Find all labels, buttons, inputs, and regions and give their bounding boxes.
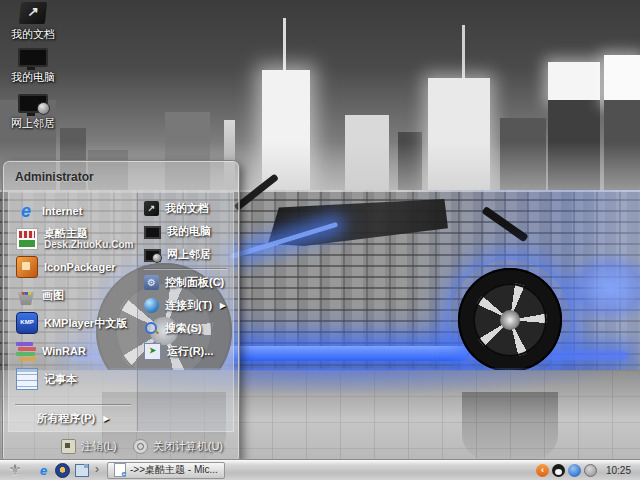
menu-item-label: 画图 xyxy=(42,288,64,303)
menu-item-label: 我的文档 xyxy=(165,201,209,216)
menu-item-kmplayer[interactable]: KMP KMPlayer中文版 xyxy=(9,309,137,337)
my-computer-icon xyxy=(18,48,48,67)
ie-icon: e xyxy=(40,463,47,478)
all-programs-button[interactable]: 所有程序(P) ▶ xyxy=(9,407,137,429)
desktop-icon-my-computer[interactable]: 我的电脑 xyxy=(2,48,64,85)
internet-explorer-icon: e xyxy=(16,201,36,221)
system-tray: ‹ 10:25 xyxy=(536,464,640,477)
start-button[interactable]: ⚜ xyxy=(0,460,30,480)
paint-icon xyxy=(16,285,36,305)
menu-item-winrar[interactable]: WinRAR xyxy=(9,337,137,365)
log-off-icon xyxy=(61,439,76,454)
menu-item-iconpackager[interactable]: IconPackager xyxy=(9,253,137,281)
network-places-icon xyxy=(18,94,48,113)
menu-item-zhuoku-theme[interactable]: 桌酷主题 Desk.ZhuoKu.Com xyxy=(9,225,137,253)
arrow-right-icon: ▶ xyxy=(103,414,109,423)
my-documents-icon: ↗ xyxy=(19,2,47,24)
desktop-icon-label: 我的电脑 xyxy=(11,70,55,85)
menu-item-label: 搜索(S) xyxy=(165,321,202,336)
network-places-icon xyxy=(144,249,161,262)
front-wheel xyxy=(458,268,562,372)
log-off-button[interactable]: 注销(L) xyxy=(61,439,116,454)
building xyxy=(604,55,640,103)
zhuoku-theme-icon xyxy=(16,228,38,250)
taskbar-task-button[interactable]: ->>桌酷主题 - Mic... xyxy=(107,462,225,479)
menu-item-notepad[interactable]: 记事本 xyxy=(9,365,137,393)
quicklaunch-overflow-chevron[interactable]: › xyxy=(95,462,99,476)
log-off-label: 注销(L) xyxy=(81,439,116,454)
menu-item-network-places[interactable]: 网上邻居 xyxy=(138,243,233,266)
menu-item-label: 连接到(T) xyxy=(165,298,212,313)
antenna xyxy=(462,25,465,80)
menu-item-label: 桌酷主题 xyxy=(44,227,133,239)
tray-qq-icon[interactable] xyxy=(552,464,565,477)
user-name: Administrator xyxy=(15,170,94,184)
my-documents-icon: ↗ xyxy=(144,201,159,216)
show-desktop-icon xyxy=(75,464,89,477)
shut-down-label: 关闭计算机(U) xyxy=(153,439,223,454)
desktop-icon-network-places[interactable]: 网上邻居 xyxy=(2,94,64,131)
globe-icon xyxy=(37,102,50,115)
start-menu-right-column: ↗ 我的文档 我的电脑 网上邻居 ⚙ 控制面板(C) xyxy=(137,193,233,431)
menu-item-label: 记事本 xyxy=(44,372,77,387)
shut-down-button[interactable]: 关闭计算机(U) xyxy=(133,439,223,454)
desktop-icon-label: 网上邻居 xyxy=(11,116,55,131)
run-icon: ➤ xyxy=(144,343,161,360)
start-menu-body: e Internet 桌酷主题 Desk.ZhuoKu.Com IconPack… xyxy=(8,192,234,432)
my-computer-icon xyxy=(144,226,161,239)
media-player-icon xyxy=(55,463,70,478)
menu-item-my-computer[interactable]: 我的电脑 xyxy=(138,220,233,243)
start-menu: Administrator e Internet 桌酷主题 Desk.ZhuoK… xyxy=(2,160,240,461)
tray-messenger-icon[interactable] xyxy=(568,464,581,477)
tray-input-method-icon[interactable]: ‹ xyxy=(536,464,549,477)
menu-item-run[interactable]: ➤ 运行(R)... xyxy=(138,340,233,363)
menu-item-internet[interactable]: e Internet xyxy=(9,197,137,225)
menu-separator xyxy=(15,404,131,405)
quicklaunch-internet-explorer-icon[interactable]: e xyxy=(36,463,51,478)
menu-item-label: KMPlayer中文版 xyxy=(44,316,127,331)
browser-page-icon xyxy=(114,463,126,477)
task-button-label: ->>桌酷主题 - Mic... xyxy=(130,463,218,477)
menu-item-label: WinRAR xyxy=(42,345,86,357)
quicklaunch-media-player-icon[interactable] xyxy=(55,463,70,478)
desktop: ↗ 我的文档 我的电脑 网上邻居 Administrator e Interne… xyxy=(0,0,640,480)
tray-volume-icon[interactable] xyxy=(584,464,597,477)
menu-item-my-documents[interactable]: ↗ 我的文档 xyxy=(138,197,233,220)
start-menu-left-column: e Internet 桌酷主题 Desk.ZhuoKu.Com IconPack… xyxy=(9,193,137,431)
menu-item-sublabel: Desk.ZhuoKu.Com xyxy=(44,239,133,251)
rear-neon-glow xyxy=(560,252,640,324)
menu-item-label: 我的电脑 xyxy=(167,224,211,239)
start-menu-footer: 注销(L) 关闭计算机(U) xyxy=(3,433,239,460)
menu-item-label: 运行(R)... xyxy=(167,344,213,359)
front-wheel-reflection xyxy=(462,392,558,464)
menu-item-search[interactable]: 搜索(S) xyxy=(138,317,233,340)
spire xyxy=(283,18,286,74)
notepad-icon xyxy=(16,368,38,390)
power-icon xyxy=(133,439,148,454)
neon-underglow xyxy=(216,346,468,361)
start-menu-header: Administrator xyxy=(3,161,239,192)
menu-item-control-panel[interactable]: ⚙ 控制面板(C) xyxy=(138,271,233,294)
winrar-icon xyxy=(16,341,36,361)
menu-item-paint[interactable]: 画图 xyxy=(9,281,137,309)
desktop-icon-my-documents[interactable]: ↗ 我的文档 xyxy=(2,2,64,42)
arrow-right-icon: ▶ xyxy=(220,301,226,310)
taskbar-clock[interactable]: 10:25 xyxy=(600,465,635,476)
quicklaunch-show-desktop-icon[interactable] xyxy=(74,463,89,478)
menu-item-label: 网上邻居 xyxy=(167,247,211,262)
menu-separator xyxy=(144,268,227,269)
menu-item-label: 控制面板(C) xyxy=(165,275,224,290)
menu-item-label: Internet xyxy=(42,205,82,217)
desktop-icon-label: 我的文档 xyxy=(11,27,55,42)
quick-launch-bar: e › xyxy=(36,462,103,478)
connect-to-icon xyxy=(144,298,159,313)
all-programs-label: 所有程序(P) xyxy=(37,411,96,426)
menu-item-label: IconPackager xyxy=(44,261,116,273)
building xyxy=(548,62,600,102)
control-panel-icon: ⚙ xyxy=(144,275,159,290)
start-fleur-de-lis-icon: ⚜ xyxy=(8,461,21,479)
menu-spacer xyxy=(9,393,137,402)
menu-item-connect-to[interactable]: 连接到(T) ▶ xyxy=(138,294,233,317)
taskbar: ⚜ e › ->>桌酷主题 - Mic... ‹ 10:25 xyxy=(0,460,640,480)
search-icon xyxy=(144,321,159,336)
